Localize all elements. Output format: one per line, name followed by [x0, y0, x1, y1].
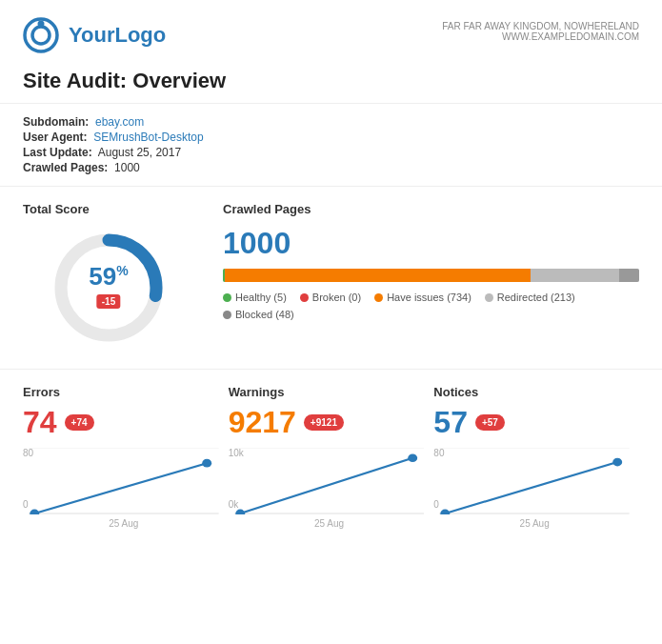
errors-label: Errors	[23, 385, 219, 399]
main-content: Total Score 59% -15	[0, 187, 662, 350]
legend-item-issues: Have issues (734)	[374, 292, 471, 303]
legend-item-healthy: Healthy (5)	[223, 292, 287, 303]
notices-chart-wrapper: 80 0 25 Aug	[433, 448, 630, 529]
legend-label-broken: Broken (0)	[312, 292, 361, 303]
legend-label-issues: Have issues (734)	[387, 292, 471, 303]
crawled-pages-label: Crawled Pages	[223, 202, 639, 216]
crawled-pages-number: 1000	[223, 226, 639, 261]
metric-notices: Notices 57 +57 80 0	[433, 385, 639, 529]
header: YourLogo FAR FAR AWAY KINGDOM, NOWHERELA…	[0, 0, 662, 61]
user-agent-value: SEMrushBot-Desktop	[93, 131, 203, 144]
svg-point-7	[30, 510, 39, 514]
errors-chart-wrapper: 80 0 25 Aug	[23, 448, 219, 529]
legend-dot-healthy	[223, 293, 231, 302]
warnings-x-label: 25 Aug	[234, 518, 425, 529]
legend-dot-blocked	[223, 311, 231, 319]
page-title-section: Site Audit: Overview	[0, 61, 662, 104]
page-title: Site Audit: Overview	[23, 69, 639, 93]
site-line2: WWW.EXAMPLEDOMAIN.COM	[442, 31, 639, 42]
header-info: FAR FAR AWAY KINGDOM, NOWHERELAND WWW.EX…	[442, 21, 639, 42]
page: YourLogo FAR FAR AWAY KINGDOM, NOWHERELA…	[0, 0, 662, 644]
legend-dot-redirected	[485, 293, 493, 302]
meta-section: Subdomain: ebay.com User Agent: SEMrushB…	[0, 104, 662, 187]
site-line1: FAR FAR AWAY KINGDOM, NOWHERELAND	[442, 21, 639, 31]
legend-dot-issues	[374, 293, 383, 302]
notices-label: Notices	[433, 385, 630, 399]
svg-point-8	[202, 459, 211, 468]
svg-point-11	[235, 510, 245, 514]
legend-item-redirected: Redirected (213)	[485, 292, 575, 303]
errors-badge: +74	[65, 414, 94, 431]
total-score-label: Total Score	[23, 202, 194, 216]
last-update-label: Last Update:	[23, 146, 92, 159]
metric-errors: Errors 74 +74 80 0	[23, 385, 229, 529]
svg-point-15	[441, 510, 451, 514]
legend-label-healthy: Healthy (5)	[235, 292, 287, 303]
warnings-chart-svg	[234, 448, 425, 514]
legend-item-blocked: Blocked (48)	[223, 309, 294, 320]
crawled-pages-section: Crawled Pages 1000 Healthy (5) Broken	[223, 202, 639, 320]
donut-center: 59% -15	[89, 262, 128, 309]
donut-badge: -15	[97, 294, 120, 309]
top-row: Total Score 59% -15	[23, 202, 639, 350]
notices-value-row: 57 +57	[433, 405, 630, 440]
notices-value: 57	[433, 405, 468, 440]
logo-area: YourLogo	[23, 17, 166, 53]
logo-text: YourLogo	[69, 23, 166, 48]
crawled-pages-meta-label: Crawled Pages:	[23, 161, 108, 174]
notices-y-labels: 80 0	[433, 448, 444, 510]
warnings-value-row: 9217 +9121	[229, 405, 425, 440]
donut-percent: 59%	[89, 262, 128, 292]
metric-warnings: Warnings 9217 +9121 10k 0k	[229, 385, 434, 529]
subdomain-row: Subdomain: ebay.com	[23, 115, 639, 129]
last-update-value: August 25, 2017	[98, 146, 181, 159]
donut-container: 59% -15	[47, 226, 171, 350]
errors-chart-svg	[29, 448, 219, 514]
warnings-value: 9217	[229, 405, 296, 440]
user-agent-row: User Agent: SEMrushBot-Desktop	[23, 131, 639, 144]
segment-issues	[225, 269, 531, 282]
last-update-row: Last Update: August 25, 2017	[23, 146, 639, 159]
errors-y-labels: 80 0	[23, 448, 33, 510]
logo-icon	[23, 17, 59, 53]
warnings-label: Warnings	[229, 385, 425, 399]
segment-redirected	[531, 269, 619, 282]
svg-point-2	[38, 21, 45, 28]
divider	[0, 369, 662, 370]
metrics-row: Errors 74 +74 80 0	[0, 385, 662, 529]
warnings-chart-wrapper: 10k 0k 25 Aug	[229, 448, 425, 529]
crawled-pages-meta-value: 1000	[114, 161, 140, 174]
progress-bar	[223, 269, 639, 282]
user-agent-label: User Agent:	[23, 131, 88, 144]
errors-value: 74	[23, 405, 57, 440]
crawled-pages-meta-row: Crawled Pages: 1000	[23, 161, 639, 174]
legend-dot-broken	[300, 293, 309, 302]
warnings-badge: +9121	[304, 414, 344, 431]
errors-x-label: 25 Aug	[29, 518, 219, 529]
legend-label-blocked: Blocked (48)	[235, 309, 294, 320]
svg-point-16	[613, 458, 623, 467]
legend-item-broken: Broken (0)	[300, 292, 361, 303]
subdomain-label: Subdomain:	[23, 115, 89, 129]
subdomain-value: ebay.com	[95, 115, 144, 129]
legend: Healthy (5) Broken (0) Have issues (734)…	[223, 292, 639, 320]
warnings-y-labels: 10k 0k	[229, 448, 244, 510]
segment-blocked	[619, 269, 639, 282]
notices-chart-svg	[439, 448, 630, 514]
notices-x-label: 25 Aug	[439, 518, 630, 529]
svg-point-1	[32, 27, 50, 44]
total-score-section: Total Score 59% -15	[23, 202, 194, 350]
legend-label-redirected: Redirected (213)	[497, 292, 575, 303]
notices-badge: +57	[475, 414, 505, 431]
svg-point-12	[408, 453, 417, 462]
errors-value-row: 74 +74	[23, 405, 219, 440]
